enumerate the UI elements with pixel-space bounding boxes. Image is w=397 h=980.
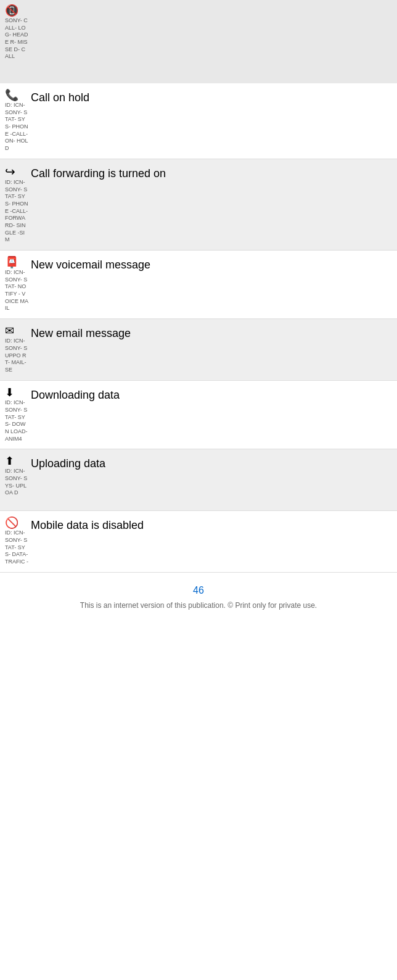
uploading-text: Uploading data: [31, 455, 392, 471]
downloading-icon-label: ID: ICN- SONY- STAT- SYS- DOWN LOAD- ANI…: [5, 399, 28, 442]
header-icon-label: SONY- CALL- LOG- HEADE R- MISSE D- CALL: [5, 17, 28, 60]
download-icon: ⬇: [5, 387, 14, 398]
call-on-hold-icon-cell: 📞 ID: ICN- SONY- STAT- SYS- PHONE -CALL-…: [5, 89, 31, 152]
mobile-data-icon-label: ID: ICN- SONY- STAT- SYS- DATA- TRAFIC -: [5, 529, 28, 565]
email-icon: ✉: [5, 325, 14, 336]
downloading-text: Downloading data: [31, 387, 392, 402]
uploading-icon-cell: ⬆ ID: ICN- SONY- SYS- UPLOA D: [5, 455, 31, 497]
footer-copyright: This is an internet version of this publ…: [80, 601, 317, 610]
new-email-row: ✉ ID: ICN- SONY- SUPPO RT- MAIL- SE New …: [0, 319, 397, 381]
call-on-hold-row: 📞 ID: ICN- SONY- STAT- SYS- PHONE -CALL-…: [0, 83, 397, 159]
mobile-data-disabled-icon: 🚫: [5, 517, 18, 528]
new-voicemail-icon-cell: 📮 ID: ICN- SONY- STAT- NOTIFY - VOICE MA…: [5, 257, 31, 312]
footer: 46 This is an internet version of this p…: [0, 573, 397, 615]
uploading-icon-label: ID: ICN- SONY- SYS- UPLOA D: [5, 468, 28, 497]
mobile-data-disabled-row: 🚫 ID: ICN- SONY- STAT- SYS- DATA- TRAFIC…: [0, 511, 397, 573]
page-container: 📵 SONY- CALL- LOG- HEADE R- MISSE D- CAL…: [0, 0, 397, 615]
uploading-data-row: ⬆ ID: ICN- SONY- SYS- UPLOA D Uploading …: [0, 449, 397, 511]
new-voicemail-row: 📮 ID: ICN- SONY- STAT- NOTIFY - VOICE MA…: [0, 251, 397, 319]
call-on-hold-icon-label: ID: ICN- SONY- STAT- SYS- PHONE -CALL- O…: [5, 102, 28, 152]
header-icon-cell: 📵 SONY- CALL- LOG- HEADE R- MISSE D- CAL…: [5, 5, 31, 60]
missed-call-icon: 📵: [5, 5, 18, 16]
call-forwarding-icon-label: ID: ICN- SONY- STAT- SYS- PHONE -CALL- F…: [5, 179, 28, 244]
call-forwarding-icon-cell: ↪ ID: ICN- SONY- STAT- SYS- PHONE -CALL-…: [5, 165, 31, 244]
call-forwarding-icon: ↪: [5, 165, 15, 178]
mobile-data-icon-cell: 🚫 ID: ICN- SONY- STAT- SYS- DATA- TRAFIC…: [5, 517, 31, 565]
header-section: 📵 SONY- CALL- LOG- HEADE R- MISSE D- CAL…: [0, 0, 397, 83]
call-forwarding-text: Call forwarding is turned on: [31, 165, 392, 181]
page-number: 46: [193, 585, 204, 596]
voicemail-icon: 📮: [5, 257, 18, 268]
new-voicemail-text: New voicemail message: [31, 257, 392, 272]
upload-icon: ⬆: [5, 455, 14, 467]
new-email-icon-label: ID: ICN- SONY- SUPPO RT- MAIL- SE: [5, 338, 28, 373]
downloading-data-row: ⬇ ID: ICN- SONY- STAT- SYS- DOWN LOAD- A…: [0, 381, 397, 449]
mobile-data-disabled-text: Mobile data is disabled: [31, 517, 392, 533]
call-on-hold-icon: 📞: [5, 89, 18, 101]
call-on-hold-text: Call on hold: [31, 89, 392, 105]
new-email-text: New email message: [31, 325, 392, 341]
downloading-icon-cell: ⬇ ID: ICN- SONY- STAT- SYS- DOWN LOAD- A…: [5, 387, 31, 442]
new-email-icon-cell: ✉ ID: ICN- SONY- SUPPO RT- MAIL- SE: [5, 325, 31, 373]
call-forwarding-row: ↪ ID: ICN- SONY- STAT- SYS- PHONE -CALL-…: [0, 159, 397, 251]
new-voicemail-icon-label: ID: ICN- SONY- STAT- NOTIFY - VOICE MAIL: [5, 269, 28, 312]
